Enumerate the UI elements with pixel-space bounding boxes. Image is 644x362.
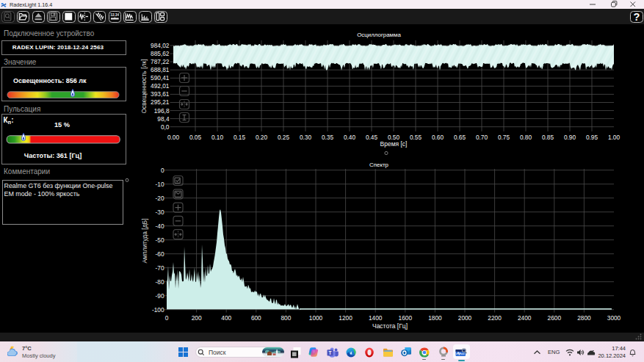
svg-text:-20: -20 (156, 195, 164, 202)
svg-text:0: 0 (161, 167, 164, 174)
svg-text:-30: -30 (156, 209, 164, 216)
svg-text:400: 400 (221, 314, 231, 322)
svg-text:3000: 3000 (607, 314, 621, 322)
svg-text:?: ? (634, 12, 640, 22)
svg-text:0.25: 0.25 (278, 134, 290, 141)
svg-text:2800: 2800 (577, 314, 591, 322)
svg-text:0.80: 0.80 (520, 134, 532, 141)
svg-text:0.75: 0.75 (498, 134, 510, 141)
svg-text:2600: 2600 (548, 314, 562, 322)
svg-text:0.85: 0.85 (542, 134, 554, 141)
svg-text:-60: -60 (156, 250, 164, 258)
svg-text:2200: 2200 (488, 314, 502, 322)
svg-text:1600: 1600 (399, 314, 413, 322)
svg-text:0.45: 0.45 (366, 134, 378, 141)
svg-text:-40: -40 (156, 222, 164, 230)
svg-text:0.30: 0.30 (300, 134, 312, 141)
svg-text:-10: -10 (156, 181, 164, 188)
svg-text:492,01: 492,01 (151, 82, 170, 90)
svg-text:787,22: 787,22 (151, 58, 170, 65)
svg-text:800: 800 (281, 314, 291, 322)
svg-text:Время [с]: Время [с] (380, 140, 408, 148)
svg-text:590,41: 590,41 (151, 74, 170, 82)
svg-text:0.15: 0.15 (234, 134, 246, 141)
svg-text:1200: 1200 (339, 314, 352, 322)
svg-text:T: T (328, 350, 331, 355)
svg-text:0.10: 0.10 (211, 134, 224, 141)
svg-text:0.95: 0.95 (586, 134, 598, 141)
svg-text:2400: 2400 (518, 314, 532, 322)
svg-text:0,0: 0,0 (161, 123, 170, 131)
svg-text:200: 200 (192, 314, 202, 322)
svg-text:984,02: 984,02 (151, 42, 170, 49)
svg-text:0.90: 0.90 (564, 134, 576, 141)
svg-text:-90: -90 (156, 292, 164, 300)
svg-text:0.50: 0.50 (388, 134, 400, 141)
svg-text:-100: -100 (152, 306, 164, 314)
svg-text:1000: 1000 (309, 314, 323, 322)
svg-text:600: 600 (251, 314, 261, 322)
svg-text:98,4: 98,4 (157, 115, 170, 123)
svg-text:885,62: 885,62 (151, 50, 170, 57)
svg-text:1400: 1400 (369, 314, 383, 322)
svg-text:0.55: 0.55 (410, 134, 422, 141)
svg-text:0.20: 0.20 (256, 134, 268, 141)
svg-text:Освещенность [лк]: Освещенность [лк] (140, 59, 148, 113)
svg-text:0.70: 0.70 (476, 134, 488, 141)
svg-text:-70: -70 (156, 264, 164, 272)
svg-text:2000: 2000 (458, 314, 472, 322)
svg-text:Амплитуда [дБ]: Амплитуда [дБ] (141, 218, 148, 263)
svg-text:Спектр: Спектр (369, 162, 389, 168)
svg-text:0.60: 0.60 (432, 134, 444, 141)
svg-text:196,8: 196,8 (154, 107, 170, 115)
svg-text:0.05: 0.05 (189, 134, 202, 141)
svg-text:0.40: 0.40 (344, 134, 356, 141)
svg-text:393,61: 393,61 (151, 90, 170, 98)
svg-text:0.00: 0.00 (167, 134, 180, 141)
svg-text:688,81: 688,81 (151, 66, 170, 73)
svg-text:295,21: 295,21 (151, 98, 170, 106)
svg-text:1.00: 1.00 (608, 134, 621, 141)
svg-text:-80: -80 (156, 278, 164, 286)
svg-text:0.35: 0.35 (322, 134, 334, 141)
svg-text:Осциллограмма: Осциллограмма (357, 32, 401, 38)
svg-text:-50: -50 (156, 236, 164, 244)
svg-text:1800: 1800 (428, 314, 442, 322)
svg-text:Частота [Гц]: Частота [Гц] (372, 322, 408, 330)
svg-text:0: 0 (165, 314, 169, 322)
svg-text:0.65: 0.65 (454, 134, 466, 141)
